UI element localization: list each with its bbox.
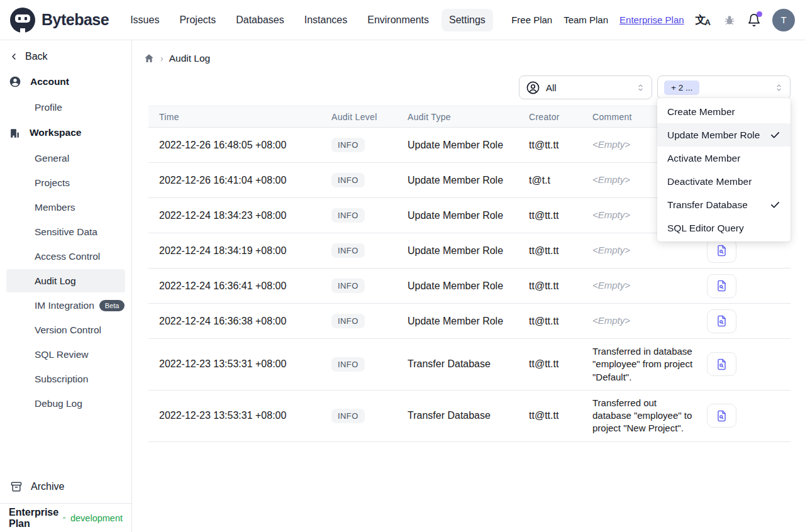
view-payload-button[interactable] bbox=[707, 404, 736, 428]
nav-item-environments[interactable]: Environments bbox=[360, 9, 436, 31]
audit-level-badge: INFO bbox=[331, 279, 365, 293]
view-payload-button[interactable] bbox=[707, 239, 736, 263]
audit-log-row: 2022-12-23 13:53:31 +08:00INFOTransfer D… bbox=[148, 390, 791, 441]
notification-dot bbox=[757, 11, 762, 17]
file-search-icon bbox=[716, 280, 728, 292]
cell-audit-level: INFO bbox=[331, 357, 408, 372]
sidebar-item-im-integration[interactable]: IM IntegrationBeta bbox=[6, 294, 125, 317]
cell-audit-level: INFO bbox=[331, 314, 408, 328]
cell-creator: tt@tt.tt bbox=[529, 316, 592, 327]
cell-time: 2022-12-24 18:34:19 +08:00 bbox=[159, 245, 331, 257]
nav-item-issues[interactable]: Issues bbox=[123, 9, 167, 31]
audit-log-row: 2022-12-23 13:53:31 +08:00INFOTransfer D… bbox=[148, 338, 791, 390]
cell-time: 2022-12-24 16:36:41 +08:00 bbox=[159, 280, 331, 292]
cell-time: 2022-12-24 16:36:38 +08:00 bbox=[159, 316, 331, 327]
team-plan-label[interactable]: Team Plan bbox=[564, 14, 608, 25]
bytebase-logo[interactable]: Bytebase bbox=[10, 8, 109, 33]
menu-item-activate-member[interactable]: Activate Member bbox=[657, 147, 791, 170]
sidebar-section-workspace: Workspace bbox=[0, 120, 131, 145]
sidebar-item-members[interactable]: Members bbox=[6, 196, 125, 219]
cell-action bbox=[703, 274, 791, 298]
audit-level-badge: INFO bbox=[331, 409, 365, 423]
breadcrumb-page-title: Audit Log bbox=[169, 53, 211, 64]
cell-time: 2022-12-26 16:48:05 +08:00 bbox=[159, 140, 331, 151]
back-label: Back bbox=[25, 51, 48, 62]
audit-log-row: 2022-12-24 16:36:41 +08:00INFOUpdate Mem… bbox=[148, 268, 791, 303]
cell-audit-type: Transfer Database bbox=[408, 358, 529, 370]
column-header-audit-level: Audit Level bbox=[331, 112, 408, 122]
cell-time: 2022-12-23 13:53:31 +08:00 bbox=[159, 358, 331, 370]
audit-level-badge: INFO bbox=[331, 243, 365, 258]
building-icon bbox=[9, 127, 21, 139]
cell-audit-level: INFO bbox=[331, 138, 408, 152]
sidebar-item-label: Projects bbox=[35, 177, 70, 189]
audit-level-badge: INFO bbox=[331, 357, 365, 372]
sidebar-item-label: General bbox=[35, 153, 69, 164]
menu-item-deactivate-member[interactable]: Deactivate Member bbox=[657, 170, 791, 193]
chevron-updown-icon bbox=[774, 83, 784, 92]
sidebar-item-general[interactable]: General bbox=[6, 147, 125, 170]
menu-item-sql-editor-query[interactable]: SQL Editor Query bbox=[657, 216, 791, 240]
sidebar-item-subscription[interactable]: Subscription bbox=[6, 367, 125, 391]
bell-icon[interactable] bbox=[747, 13, 761, 27]
sidebar-item-version-control[interactable]: Version Control bbox=[6, 318, 125, 341]
menu-item-transfer-database[interactable]: Transfer Database bbox=[657, 193, 791, 216]
view-payload-button[interactable] bbox=[707, 352, 736, 376]
column-header-time: Time bbox=[159, 112, 331, 122]
sidebar-item-sensitive-data[interactable]: Sensitive Data bbox=[6, 220, 125, 243]
brand-name: Bytebase bbox=[42, 11, 109, 29]
cell-comment: Transferred out database "employee" to p… bbox=[592, 391, 703, 441]
cell-audit-level: INFO bbox=[331, 409, 408, 423]
nav-item-projects[interactable]: Projects bbox=[172, 9, 223, 31]
menu-item-label: Activate Member bbox=[667, 153, 740, 164]
nav-item-settings[interactable]: Settings bbox=[441, 9, 493, 31]
sidebar-item-projects[interactable]: Projects bbox=[6, 171, 125, 194]
cell-comment: <Empty> bbox=[592, 279, 703, 292]
sidebar-item-archive[interactable]: Archive bbox=[0, 474, 131, 499]
back-button[interactable]: Back bbox=[0, 44, 131, 69]
sidebar-item-label: Access Control bbox=[35, 251, 100, 262]
sidebar-item-label: Subscription bbox=[35, 374, 88, 385]
breadcrumb: › Audit Log bbox=[132, 40, 805, 64]
chevron-left-icon bbox=[9, 52, 19, 62]
enterprise-plan-link[interactable]: Enterprise Plan bbox=[619, 14, 684, 25]
cell-action bbox=[703, 352, 791, 376]
creator-filter-select[interactable]: All bbox=[519, 75, 652, 99]
cell-audit-type: Update Member Role bbox=[408, 245, 529, 257]
sidebar-section-label: Workspace bbox=[30, 127, 81, 138]
cell-audit-type: Update Member Role bbox=[408, 210, 529, 221]
bug-icon[interactable] bbox=[723, 14, 736, 26]
translate-icon[interactable]: 文A bbox=[696, 13, 712, 27]
sidebar-item-audit-log[interactable]: Audit Log bbox=[6, 269, 125, 292]
audit-type-filter-select[interactable]: + 2 ... bbox=[657, 75, 791, 99]
menu-item-label: SQL Editor Query bbox=[667, 223, 744, 234]
cell-creator: tt@tt.tt bbox=[529, 358, 592, 370]
column-header-audit-type: Audit Type bbox=[408, 112, 529, 122]
sidebar-item-access-control[interactable]: Access Control bbox=[6, 245, 125, 268]
type-filter-count-badge: + 2 ... bbox=[664, 80, 699, 95]
sidebar-item-profile[interactable]: Profile bbox=[6, 96, 125, 119]
menu-item-update-member-role[interactable]: Update Member Role bbox=[657, 123, 791, 147]
navbar-right: Free Plan Team Plan Enterprise Plan 文A T bbox=[511, 9, 795, 31]
sidebar-item-label: Sensitive Data bbox=[35, 226, 97, 238]
menu-item-create-member[interactable]: Create Member bbox=[657, 100, 791, 123]
user-circle-icon bbox=[9, 75, 21, 88]
home-icon[interactable] bbox=[143, 53, 155, 64]
view-payload-button[interactable] bbox=[707, 309, 736, 333]
cell-audit-type: Update Member Role bbox=[408, 140, 529, 151]
avatar[interactable]: T bbox=[772, 9, 795, 31]
nav-item-instances[interactable]: Instances bbox=[297, 9, 355, 31]
sidebar-item-sql-review[interactable]: SQL Review bbox=[6, 343, 125, 366]
cell-creator: tt@tt.tt bbox=[529, 140, 592, 151]
audit-level-badge: INFO bbox=[331, 138, 365, 152]
file-search-icon bbox=[716, 358, 728, 370]
nav-item-databases[interactable]: Databases bbox=[228, 9, 292, 31]
sidebar-item-debug-log[interactable]: Debug Log bbox=[6, 392, 125, 415]
beta-badge: Beta bbox=[99, 300, 125, 311]
cell-audit-type: Update Member Role bbox=[408, 316, 529, 327]
cell-audit-type: Update Member Role bbox=[408, 280, 529, 292]
file-search-icon bbox=[716, 410, 728, 422]
free-plan-label[interactable]: Free Plan bbox=[511, 14, 552, 25]
view-payload-button[interactable] bbox=[707, 274, 736, 298]
cell-creator: tt@tt.tt bbox=[529, 410, 592, 421]
